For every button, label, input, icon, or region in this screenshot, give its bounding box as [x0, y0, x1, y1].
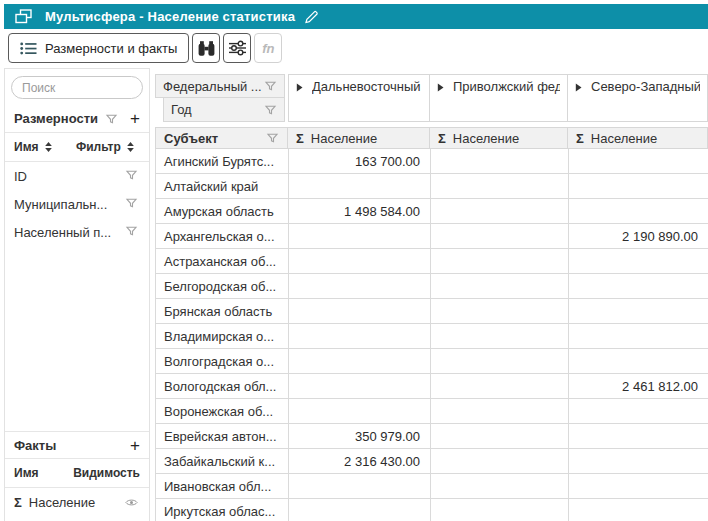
visibility-eye-icon[interactable] [125, 498, 138, 507]
value-cell[interactable] [431, 249, 569, 273]
sidebar-item-municipal[interactable]: Муниципальн... [5, 190, 149, 218]
value-cell[interactable] [431, 149, 569, 173]
value-cell[interactable] [431, 449, 569, 473]
value-cell[interactable] [289, 274, 431, 298]
sigma-icon: Σ [438, 131, 446, 146]
filter-icon[interactable] [125, 197, 138, 212]
value-cell[interactable] [569, 349, 708, 373]
value-cell[interactable] [289, 474, 431, 498]
sidebar-item-population-fact[interactable]: Σ Население [5, 488, 149, 517]
row-header-cell[interactable]: Белгородская об... [156, 274, 289, 298]
row-header-subject-cell[interactable]: Субъект [155, 127, 288, 149]
value-cell[interactable] [569, 174, 708, 198]
row-header-cell[interactable]: Архангельская о... [156, 224, 289, 248]
value-cell[interactable] [569, 324, 708, 348]
expand-icon[interactable] [437, 83, 444, 92]
value-cell[interactable] [289, 249, 431, 273]
value-cell[interactable] [431, 374, 569, 398]
column-group-volga[interactable]: Приволжский феде [430, 74, 568, 122]
search-binoculars-button[interactable] [192, 33, 220, 63]
value-cell[interactable]: 2 316 430.00 [289, 449, 431, 473]
value-cell[interactable]: 1 498 584.00 [289, 199, 431, 223]
value-cell[interactable] [569, 449, 708, 473]
value-cell[interactable]: 350 979.00 [289, 424, 431, 448]
fn-button[interactable]: fn [254, 33, 282, 63]
dimensions-facts-button[interactable]: Размерности и факты [8, 33, 189, 63]
value-cell[interactable] [289, 299, 431, 323]
filter-icon[interactable] [264, 80, 277, 92]
row-dimension-year-cell[interactable]: Год [163, 97, 285, 122]
value-cell[interactable] [431, 474, 569, 498]
measure-header-cell[interactable]: Σ Население [288, 127, 430, 149]
search-input[interactable] [11, 76, 143, 99]
row-header-cell[interactable]: Иркутская облас... [156, 499, 289, 521]
sidebar-item-id[interactable]: ID [5, 162, 149, 190]
sort-name-icon[interactable] [44, 141, 53, 153]
value-cell[interactable] [431, 299, 569, 323]
row-header-cell[interactable]: Владимирская о... [156, 324, 289, 348]
row-header-cell[interactable]: Еврейская автон... [156, 424, 289, 448]
value-cell[interactable] [431, 199, 569, 223]
row-header-cell[interactable]: Алтайский край [156, 174, 289, 198]
value-cell[interactable] [431, 424, 569, 448]
sidebar-item-settlement[interactable]: Населенный п... [5, 218, 149, 246]
row-header-cell[interactable]: Воронежская об... [156, 399, 289, 423]
value-cell[interactable] [569, 149, 708, 173]
sigma-icon: Σ [296, 131, 304, 146]
value-cell[interactable]: 163 700.00 [289, 149, 431, 173]
row-header-cell[interactable]: Волгоградская о... [156, 349, 289, 373]
value-cell[interactable] [289, 374, 431, 398]
table-row: Алтайский край [155, 174, 708, 199]
value-cell[interactable] [431, 224, 569, 248]
row-header-cell[interactable]: Агинский Бурятс... [156, 149, 289, 173]
value-cell[interactable] [431, 499, 569, 521]
binoculars-icon [197, 40, 216, 57]
add-fact-button[interactable]: + [130, 437, 140, 454]
column-group-far-eastern[interactable]: Дальневосточный ф [288, 74, 430, 122]
measure-header-cell[interactable]: Σ Население [568, 127, 708, 149]
filter-icon[interactable] [264, 104, 277, 116]
row-header-cell[interactable]: Астраханская об... [156, 249, 289, 273]
value-cell[interactable] [289, 349, 431, 373]
value-cell[interactable] [569, 424, 708, 448]
value-cell[interactable] [569, 199, 708, 223]
value-cell[interactable] [431, 399, 569, 423]
filter-icon[interactable] [266, 132, 279, 144]
value-cell[interactable]: 2 461 812.00 [569, 374, 708, 398]
expand-icon[interactable] [296, 83, 303, 92]
value-cell[interactable] [431, 349, 569, 373]
value-cell[interactable] [431, 174, 569, 198]
filter-icon[interactable] [125, 169, 138, 184]
value-cell[interactable] [289, 174, 431, 198]
dimensions-filter-icon[interactable] [105, 113, 118, 125]
value-cell[interactable] [431, 274, 569, 298]
value-cell[interactable] [431, 324, 569, 348]
row-header-cell[interactable]: Брянская область [156, 299, 289, 323]
value-cell[interactable] [569, 399, 708, 423]
row-header-cell[interactable]: Забайкальский к... [156, 449, 289, 473]
value-cell[interactable] [569, 474, 708, 498]
dimension-label: ID [14, 169, 27, 184]
add-dimension-button[interactable]: + [130, 110, 140, 127]
filter-icon[interactable] [125, 225, 138, 240]
value-cell[interactable] [289, 324, 431, 348]
column-group-northwestern[interactable]: Северо-Западный ф [568, 74, 708, 122]
value-cell[interactable] [569, 499, 708, 521]
measure-header-cell[interactable]: Σ Население [430, 127, 568, 149]
edit-title-icon[interactable] [304, 10, 319, 24]
row-header-cell[interactable]: Амурская область [156, 199, 289, 223]
expand-icon[interactable] [575, 83, 582, 92]
column-dimension-cell[interactable]: Федеральный ... [155, 74, 285, 98]
row-header-cell[interactable]: Ивановская обл... [156, 474, 289, 498]
value-cell[interactable] [569, 274, 708, 298]
sort-filter-icon[interactable] [126, 141, 135, 153]
view-settings-button[interactable] [223, 33, 251, 63]
value-cell[interactable] [289, 499, 431, 521]
value-cell[interactable]: 2 190 890.00 [569, 224, 708, 248]
row-header-cell[interactable]: Вологодская обл... [156, 374, 289, 398]
value-cell[interactable] [289, 399, 431, 423]
value-cell[interactable] [569, 249, 708, 273]
value-cell[interactable] [289, 224, 431, 248]
dimensions-section-header: Размерности + [5, 105, 149, 133]
value-cell[interactable] [569, 299, 708, 323]
